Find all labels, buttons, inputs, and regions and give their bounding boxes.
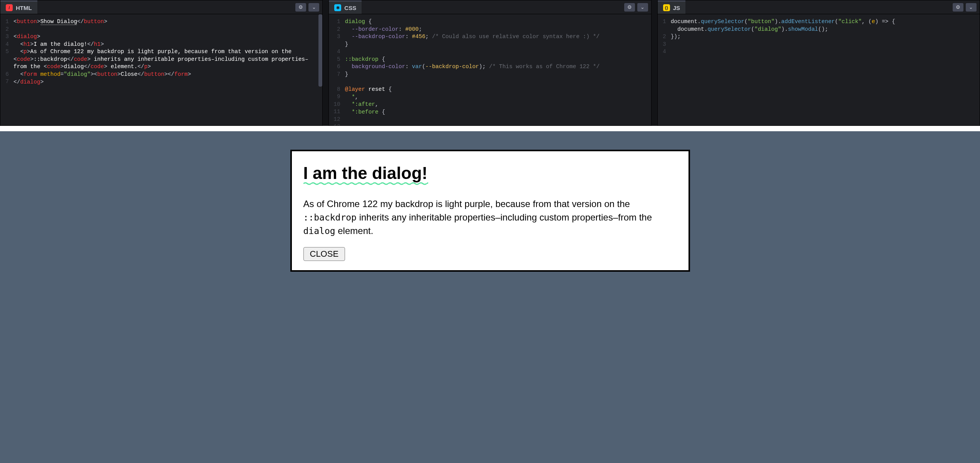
dialog-text-post: element.: [335, 226, 374, 236]
js-panel-header: {} JS ⚙ ⌄: [658, 0, 980, 14]
js-gutter: 1234: [658, 14, 669, 125]
js-header-controls: ⚙ ⌄: [953, 3, 977, 12]
dialog-text-mid: inherits any inheritable properties–incl…: [357, 212, 652, 222]
html-collapse-button[interactable]: ⌄: [308, 3, 319, 12]
css-tab-label: CSS: [344, 5, 356, 11]
js-tab[interactable]: {} JS: [658, 0, 685, 14]
editor-row: / HTML ⚙ ⌄ 1234567 <button>Show Dialog</…: [0, 0, 980, 126]
js-settings-button[interactable]: ⚙: [953, 3, 963, 12]
html-gutter: 1234567: [0, 14, 12, 125]
output-pane[interactable]: I am the dialog! As of Chrome 122 my bac…: [0, 126, 980, 463]
js-tab-label: JS: [673, 5, 680, 11]
css-icon: ✱: [334, 4, 341, 11]
gear-icon: ⚙: [298, 4, 303, 10]
js-code[interactable]: document.querySelector("button").addEven…: [669, 14, 980, 125]
dialog-code-backdrop: ::backdrop: [303, 212, 357, 222]
html-scrollbar[interactable]: [318, 14, 322, 87]
dialog-paragraph: As of Chrome 122 my backdrop is light pu…: [303, 197, 677, 237]
gear-icon: ⚙: [627, 4, 632, 10]
close-button[interactable]: CLOSE: [303, 247, 345, 261]
dialog: I am the dialog! As of Chrome 122 my bac…: [290, 150, 690, 272]
dialog-heading: I am the dialog!: [303, 164, 428, 182]
css-gutter: 12345678910111213: [329, 14, 343, 125]
css-tab[interactable]: ✱ CSS: [329, 0, 362, 14]
css-collapse-button[interactable]: ⌄: [637, 3, 648, 12]
css-panel: ✱ CSS ⚙ ⌄ 12345678910111213 dialog { --b…: [328, 0, 651, 126]
html-panel-header: / HTML ⚙ ⌄: [0, 0, 322, 14]
html-panel: / HTML ⚙ ⌄ 1234567 <button>Show Dialog</…: [0, 0, 323, 126]
css-settings-button[interactable]: ⚙: [624, 3, 635, 12]
html-tab[interactable]: / HTML: [0, 0, 37, 14]
css-editor[interactable]: 12345678910111213 dialog { --border-colo…: [329, 14, 651, 125]
html-tab-label: HTML: [16, 5, 32, 11]
html-header-controls: ⚙ ⌄: [295, 3, 319, 12]
js-collapse-button[interactable]: ⌄: [966, 3, 977, 12]
chevron-down-icon: ⌄: [640, 4, 645, 10]
dialog-text-pre: As of Chrome 122 my backdrop is light pu…: [303, 199, 630, 209]
css-panel-header: ✱ CSS ⚙ ⌄: [329, 0, 651, 14]
html-icon: /: [6, 4, 13, 11]
js-icon: {}: [663, 4, 670, 11]
css-header-controls: ⚙ ⌄: [624, 3, 648, 12]
dialog-code-dialog: dialog: [303, 226, 335, 236]
html-code[interactable]: <button>Show Dialog</button> <dialog> <h…: [12, 14, 322, 125]
gear-icon: ⚙: [956, 4, 960, 10]
html-editor[interactable]: 1234567 <button>Show Dialog</button> <di…: [0, 14, 322, 125]
js-editor[interactable]: 1234 document.querySelector("button").ad…: [658, 14, 980, 125]
html-settings-button[interactable]: ⚙: [295, 3, 306, 12]
css-code[interactable]: dialog { --border-color: #000; --backdro…: [343, 14, 651, 125]
js-panel: {} JS ⚙ ⌄ 1234 document.querySelector("b…: [657, 0, 980, 126]
chevron-down-icon: ⌄: [312, 4, 316, 10]
chevron-down-icon: ⌄: [969, 4, 973, 10]
